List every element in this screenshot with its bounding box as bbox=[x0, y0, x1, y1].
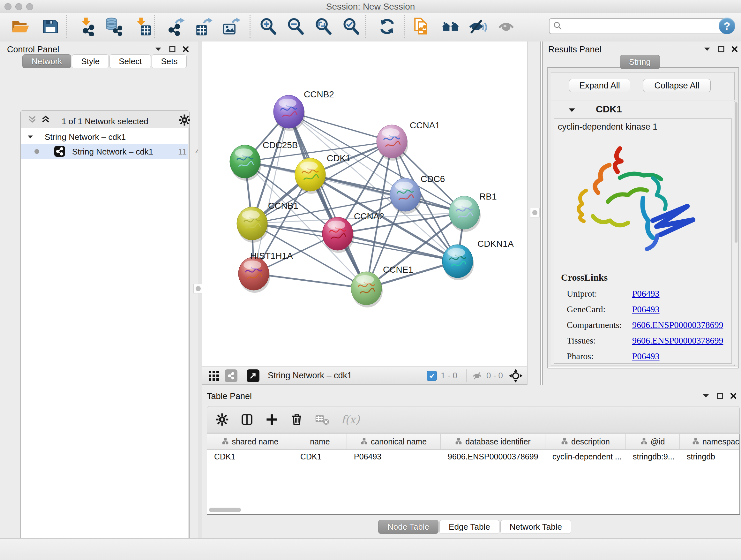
birdseye-crosshair-icon[interactable] bbox=[509, 369, 523, 383]
section-collapse-icon[interactable] bbox=[568, 107, 576, 113]
column-type-icon bbox=[561, 438, 568, 445]
close-panel-icon[interactable] bbox=[730, 393, 737, 399]
toolbar-divider bbox=[466, 369, 467, 382]
tab-sets[interactable]: Sets bbox=[151, 54, 187, 68]
tab-select[interactable]: Select bbox=[110, 54, 151, 68]
table-row[interactable]: CDK1CDK1P064939606.ENSP00000378699cyclin… bbox=[207, 449, 739, 463]
first-neighbors-button[interactable] bbox=[441, 16, 461, 37]
results-scrollbar-track[interactable] bbox=[734, 102, 738, 365]
column-header-description[interactable]: description bbox=[545, 434, 626, 449]
node-HIST1H1A[interactable] bbox=[239, 257, 270, 293]
column-header-database-identifier[interactable]: database identifier bbox=[441, 434, 545, 449]
import-network-file-button[interactable] bbox=[76, 16, 96, 37]
network-row-selected[interactable]: String Network – cdk1 11 48 bbox=[21, 144, 188, 159]
node-CCNE1[interactable] bbox=[351, 272, 383, 307]
handle-dot bbox=[532, 210, 537, 215]
edge-CCNB2-HIST1H1A[interactable] bbox=[254, 112, 289, 273]
column-header-canonical-name[interactable]: canonical name bbox=[347, 434, 441, 449]
node-RB1[interactable] bbox=[449, 196, 481, 232]
show-all-button[interactable] bbox=[496, 16, 516, 37]
zoom-selected-button[interactable] bbox=[341, 16, 361, 37]
tree-expand-icon[interactable] bbox=[27, 134, 34, 139]
expand-all-button[interactable]: Expand All bbox=[569, 79, 630, 92]
crosslink-value-link[interactable]: 9606.ENSP00000378699 bbox=[632, 320, 723, 330]
crosslink-value-link[interactable]: P06493 bbox=[632, 304, 660, 314]
export-network-button[interactable] bbox=[165, 16, 186, 37]
splitter-handle[interactable] bbox=[193, 284, 203, 294]
delete-column-icon[interactable] bbox=[290, 413, 304, 426]
add-column-icon[interactable] bbox=[265, 413, 279, 426]
node-CCNA1[interactable] bbox=[377, 125, 408, 161]
zoom-fit-button[interactable] bbox=[313, 16, 333, 37]
crosslink-value-link[interactable]: P06493 bbox=[632, 289, 660, 299]
open-session-button[interactable] bbox=[10, 16, 30, 37]
close-panel-icon[interactable] bbox=[183, 46, 189, 52]
network-collection-row[interactable]: String Network – cdk1 1 bbox=[21, 130, 188, 144]
node-CCNB2[interactable] bbox=[273, 95, 305, 131]
toolbar-divider bbox=[422, 369, 422, 382]
network-options-gear-icon[interactable] bbox=[179, 114, 191, 126]
panel-menu-icon[interactable] bbox=[703, 46, 711, 52]
show-columns-icon[interactable] bbox=[240, 413, 254, 426]
tab-network[interactable]: Network bbox=[22, 54, 71, 68]
crosslink-value-link[interactable]: P06493 bbox=[632, 351, 660, 361]
crosslinks-section: CrossLinks Uniprot:P06493GeneCard:P06493… bbox=[561, 272, 727, 367]
hide-selection-button[interactable] bbox=[468, 16, 488, 37]
clone-network-button[interactable] bbox=[412, 16, 432, 37]
zoom-out-button[interactable] bbox=[285, 16, 306, 37]
tab-edge-table[interactable]: Edge Table bbox=[440, 520, 499, 534]
save-session-button[interactable] bbox=[40, 16, 61, 37]
tab-style[interactable]: Style bbox=[72, 54, 109, 68]
table-cell[interactable]: stringdb bbox=[680, 452, 740, 461]
table-cell[interactable]: cyclin-dependent ... bbox=[545, 452, 626, 461]
table-cell[interactable]: stringdb:9... bbox=[626, 452, 680, 461]
search-input[interactable] bbox=[549, 18, 726, 34]
node-CDK1[interactable] bbox=[295, 158, 327, 194]
selected-count: 1 - 0 bbox=[441, 371, 457, 381]
table-options-gear-icon[interactable] bbox=[215, 413, 229, 426]
column-header-shared-name[interactable]: shared name bbox=[207, 434, 293, 449]
table-hscrollbar-thumb[interactable] bbox=[209, 508, 241, 512]
float-panel-icon[interactable] bbox=[169, 46, 176, 52]
close-panel-icon[interactable] bbox=[731, 46, 738, 52]
splitter-handle[interactable] bbox=[530, 208, 540, 217]
float-panel-icon[interactable] bbox=[717, 393, 723, 399]
share-glyph-icon bbox=[226, 371, 236, 381]
results-scrollbar-thumb[interactable] bbox=[735, 102, 738, 243]
crosslink-value-link[interactable]: 9606.ENSP00000378699 bbox=[632, 335, 723, 346]
eye-hide-icon bbox=[468, 17, 487, 36]
tab-network-table[interactable]: Network Table bbox=[500, 520, 571, 534]
export-table-button[interactable] bbox=[193, 16, 213, 37]
table-cell[interactable]: P06493 bbox=[347, 452, 441, 461]
column-header-@id[interactable]: @id bbox=[626, 434, 680, 449]
float-panel-icon[interactable] bbox=[718, 46, 724, 52]
column-header-name[interactable]: name bbox=[293, 434, 347, 449]
edge-HIST1H1A-CCNE1[interactable] bbox=[254, 273, 366, 288]
column-header-namespace[interactable]: namespace bbox=[680, 434, 740, 449]
zoom-out-icon bbox=[286, 17, 305, 36]
refresh-layout-button[interactable] bbox=[377, 16, 397, 37]
network-canvas[interactable]: CCNB2CCNA1CDC25BCDK1CDC6RB1CCNB1CCNA2CDK… bbox=[202, 42, 527, 367]
window-title: Session: New Session bbox=[0, 2, 741, 12]
export-image-button[interactable] bbox=[221, 16, 241, 37]
table-cell[interactable]: CDK1 bbox=[293, 452, 347, 461]
node-CDKN1A[interactable] bbox=[442, 245, 474, 280]
panel-menu-icon[interactable] bbox=[702, 393, 710, 399]
tab-node-table[interactable]: Node Table bbox=[378, 520, 439, 534]
tab-string[interactable]: String bbox=[620, 55, 660, 69]
import-table-button[interactable] bbox=[132, 16, 152, 37]
import-network-database-button[interactable] bbox=[103, 16, 123, 37]
node-CDC25B[interactable] bbox=[230, 145, 261, 181]
zoom-in-button[interactable] bbox=[258, 16, 278, 37]
table-cell[interactable]: CDK1 bbox=[207, 452, 293, 461]
collapse-all-button[interactable]: Collapse All bbox=[643, 79, 711, 92]
selected-checkbox[interactable] bbox=[427, 371, 437, 381]
import-network-icon bbox=[77, 17, 95, 36]
network-view-mode-button[interactable] bbox=[225, 369, 238, 382]
panel-menu-icon[interactable] bbox=[154, 46, 162, 52]
grid-view-icon[interactable] bbox=[208, 370, 219, 381]
detach-view-button[interactable] bbox=[247, 369, 259, 382]
table-cell[interactable]: 9606.ENSP00000378699 bbox=[441, 452, 545, 461]
node-CDC6[interactable] bbox=[390, 178, 421, 214]
help-button[interactable]: ? bbox=[719, 17, 735, 34]
